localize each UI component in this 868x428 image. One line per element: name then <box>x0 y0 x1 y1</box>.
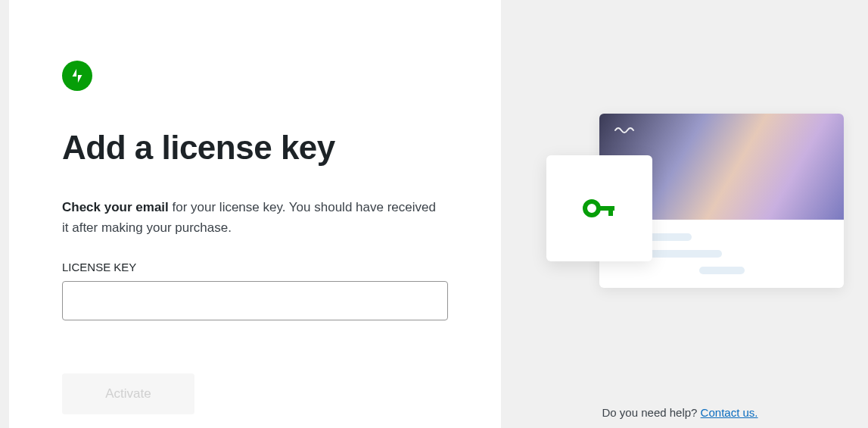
license-key-input[interactable] <box>62 281 448 320</box>
instruction-text: Check your email for your license key. Y… <box>62 197 440 238</box>
key-icon <box>581 190 618 226</box>
jetpack-logo-icon <box>62 61 92 91</box>
svg-rect-2 <box>608 209 613 216</box>
license-key-label: LICENSE KEY <box>62 261 448 273</box>
instruction-bold: Check your email <box>62 200 169 214</box>
squiggle-icon <box>614 126 636 133</box>
illustration-key-card <box>546 155 652 261</box>
illustration <box>546 114 844 311</box>
help-line: Do you need help? Contact us. <box>501 406 859 419</box>
help-question: Do you need help? <box>602 406 701 419</box>
page-title: Add a license key <box>62 129 448 167</box>
contact-us-link[interactable]: Contact us. <box>701 406 758 419</box>
activate-button[interactable]: Activate <box>62 373 194 414</box>
